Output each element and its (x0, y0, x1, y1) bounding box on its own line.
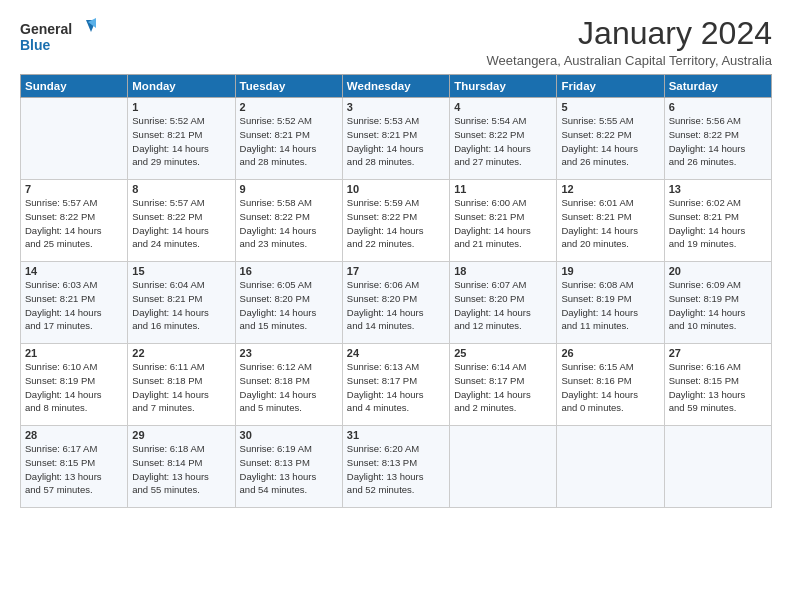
day-info: Sunrise: 5:52 AMSunset: 8:21 PMDaylight:… (132, 114, 230, 169)
day-info: Sunrise: 6:05 AMSunset: 8:20 PMDaylight:… (240, 278, 338, 333)
day-info: Sunrise: 6:10 AMSunset: 8:19 PMDaylight:… (25, 360, 123, 415)
day-info: Sunrise: 6:06 AMSunset: 8:20 PMDaylight:… (347, 278, 445, 333)
day-number: 3 (347, 101, 445, 113)
calendar-cell: 22Sunrise: 6:11 AMSunset: 8:18 PMDayligh… (128, 344, 235, 426)
day-header-thursday: Thursday (450, 75, 557, 98)
day-info: Sunrise: 6:01 AMSunset: 8:21 PMDaylight:… (561, 196, 659, 251)
day-number: 9 (240, 183, 338, 195)
calendar-cell: 21Sunrise: 6:10 AMSunset: 8:19 PMDayligh… (21, 344, 128, 426)
day-number: 4 (454, 101, 552, 113)
calendar-cell: 11Sunrise: 6:00 AMSunset: 8:21 PMDayligh… (450, 180, 557, 262)
calendar-cell: 1Sunrise: 5:52 AMSunset: 8:21 PMDaylight… (128, 98, 235, 180)
calendar-cell (450, 426, 557, 508)
day-number: 5 (561, 101, 659, 113)
day-info: Sunrise: 5:57 AMSunset: 8:22 PMDaylight:… (25, 196, 123, 251)
day-number: 11 (454, 183, 552, 195)
day-info: Sunrise: 6:18 AMSunset: 8:14 PMDaylight:… (132, 442, 230, 497)
calendar-cell: 16Sunrise: 6:05 AMSunset: 8:20 PMDayligh… (235, 262, 342, 344)
day-header-saturday: Saturday (664, 75, 771, 98)
logo: General Blue (20, 16, 100, 58)
calendar-cell: 27Sunrise: 6:16 AMSunset: 8:15 PMDayligh… (664, 344, 771, 426)
day-number: 24 (347, 347, 445, 359)
day-info: Sunrise: 5:56 AMSunset: 8:22 PMDaylight:… (669, 114, 767, 169)
day-header-tuesday: Tuesday (235, 75, 342, 98)
calendar-cell: 10Sunrise: 5:59 AMSunset: 8:22 PMDayligh… (342, 180, 449, 262)
day-number: 7 (25, 183, 123, 195)
day-number: 6 (669, 101, 767, 113)
svg-text:General: General (20, 21, 72, 37)
calendar-cell: 5Sunrise: 5:55 AMSunset: 8:22 PMDaylight… (557, 98, 664, 180)
day-info: Sunrise: 6:11 AMSunset: 8:18 PMDaylight:… (132, 360, 230, 415)
calendar-cell: 8Sunrise: 5:57 AMSunset: 8:22 PMDaylight… (128, 180, 235, 262)
logo-svg: General Blue (20, 16, 100, 58)
calendar-cell: 15Sunrise: 6:04 AMSunset: 8:21 PMDayligh… (128, 262, 235, 344)
calendar-cell: 31Sunrise: 6:20 AMSunset: 8:13 PMDayligh… (342, 426, 449, 508)
calendar-cell: 13Sunrise: 6:02 AMSunset: 8:21 PMDayligh… (664, 180, 771, 262)
calendar-cell: 12Sunrise: 6:01 AMSunset: 8:21 PMDayligh… (557, 180, 664, 262)
day-number: 22 (132, 347, 230, 359)
day-number: 14 (25, 265, 123, 277)
day-info: Sunrise: 5:59 AMSunset: 8:22 PMDaylight:… (347, 196, 445, 251)
day-info: Sunrise: 6:08 AMSunset: 8:19 PMDaylight:… (561, 278, 659, 333)
calendar-table: SundayMondayTuesdayWednesdayThursdayFrid… (20, 74, 772, 508)
day-number: 29 (132, 429, 230, 441)
calendar-cell: 25Sunrise: 6:14 AMSunset: 8:17 PMDayligh… (450, 344, 557, 426)
calendar-cell: 24Sunrise: 6:13 AMSunset: 8:17 PMDayligh… (342, 344, 449, 426)
calendar-cell: 4Sunrise: 5:54 AMSunset: 8:22 PMDaylight… (450, 98, 557, 180)
day-number: 19 (561, 265, 659, 277)
day-number: 15 (132, 265, 230, 277)
day-info: Sunrise: 5:57 AMSunset: 8:22 PMDaylight:… (132, 196, 230, 251)
day-number: 20 (669, 265, 767, 277)
calendar-cell: 7Sunrise: 5:57 AMSunset: 8:22 PMDaylight… (21, 180, 128, 262)
day-header-monday: Monday (128, 75, 235, 98)
calendar-cell (664, 426, 771, 508)
day-info: Sunrise: 5:52 AMSunset: 8:21 PMDaylight:… (240, 114, 338, 169)
day-info: Sunrise: 6:16 AMSunset: 8:15 PMDaylight:… (669, 360, 767, 415)
day-number: 16 (240, 265, 338, 277)
day-header-friday: Friday (557, 75, 664, 98)
calendar-cell: 23Sunrise: 6:12 AMSunset: 8:18 PMDayligh… (235, 344, 342, 426)
day-info: Sunrise: 6:07 AMSunset: 8:20 PMDaylight:… (454, 278, 552, 333)
day-info: Sunrise: 6:20 AMSunset: 8:13 PMDaylight:… (347, 442, 445, 497)
day-number: 1 (132, 101, 230, 113)
day-info: Sunrise: 6:03 AMSunset: 8:21 PMDaylight:… (25, 278, 123, 333)
day-number: 17 (347, 265, 445, 277)
day-number: 26 (561, 347, 659, 359)
day-info: Sunrise: 6:12 AMSunset: 8:18 PMDaylight:… (240, 360, 338, 415)
day-number: 31 (347, 429, 445, 441)
day-number: 25 (454, 347, 552, 359)
calendar-cell: 28Sunrise: 6:17 AMSunset: 8:15 PMDayligh… (21, 426, 128, 508)
calendar-cell: 17Sunrise: 6:06 AMSunset: 8:20 PMDayligh… (342, 262, 449, 344)
day-info: Sunrise: 6:13 AMSunset: 8:17 PMDaylight:… (347, 360, 445, 415)
day-info: Sunrise: 6:14 AMSunset: 8:17 PMDaylight:… (454, 360, 552, 415)
day-info: Sunrise: 5:54 AMSunset: 8:22 PMDaylight:… (454, 114, 552, 169)
day-number: 13 (669, 183, 767, 195)
day-header-sunday: Sunday (21, 75, 128, 98)
calendar-cell: 30Sunrise: 6:19 AMSunset: 8:13 PMDayligh… (235, 426, 342, 508)
day-number: 30 (240, 429, 338, 441)
calendar-cell (557, 426, 664, 508)
day-number: 28 (25, 429, 123, 441)
day-info: Sunrise: 6:17 AMSunset: 8:15 PMDaylight:… (25, 442, 123, 497)
calendar-cell: 6Sunrise: 5:56 AMSunset: 8:22 PMDaylight… (664, 98, 771, 180)
day-number: 23 (240, 347, 338, 359)
day-info: Sunrise: 6:02 AMSunset: 8:21 PMDaylight:… (669, 196, 767, 251)
day-info: Sunrise: 6:04 AMSunset: 8:21 PMDaylight:… (132, 278, 230, 333)
day-info: Sunrise: 6:09 AMSunset: 8:19 PMDaylight:… (669, 278, 767, 333)
calendar-cell: 14Sunrise: 6:03 AMSunset: 8:21 PMDayligh… (21, 262, 128, 344)
day-number: 21 (25, 347, 123, 359)
calendar-cell: 18Sunrise: 6:07 AMSunset: 8:20 PMDayligh… (450, 262, 557, 344)
title-block: January 2024 Weetangera, Australian Capi… (487, 16, 772, 68)
day-number: 10 (347, 183, 445, 195)
day-info: Sunrise: 6:15 AMSunset: 8:16 PMDaylight:… (561, 360, 659, 415)
day-info: Sunrise: 6:19 AMSunset: 8:13 PMDaylight:… (240, 442, 338, 497)
day-number: 2 (240, 101, 338, 113)
calendar-cell: 19Sunrise: 6:08 AMSunset: 8:19 PMDayligh… (557, 262, 664, 344)
day-info: Sunrise: 5:53 AMSunset: 8:21 PMDaylight:… (347, 114, 445, 169)
day-number: 12 (561, 183, 659, 195)
calendar-cell: 29Sunrise: 6:18 AMSunset: 8:14 PMDayligh… (128, 426, 235, 508)
calendar-cell: 26Sunrise: 6:15 AMSunset: 8:16 PMDayligh… (557, 344, 664, 426)
day-info: Sunrise: 5:55 AMSunset: 8:22 PMDaylight:… (561, 114, 659, 169)
day-info: Sunrise: 5:58 AMSunset: 8:22 PMDaylight:… (240, 196, 338, 251)
day-number: 18 (454, 265, 552, 277)
